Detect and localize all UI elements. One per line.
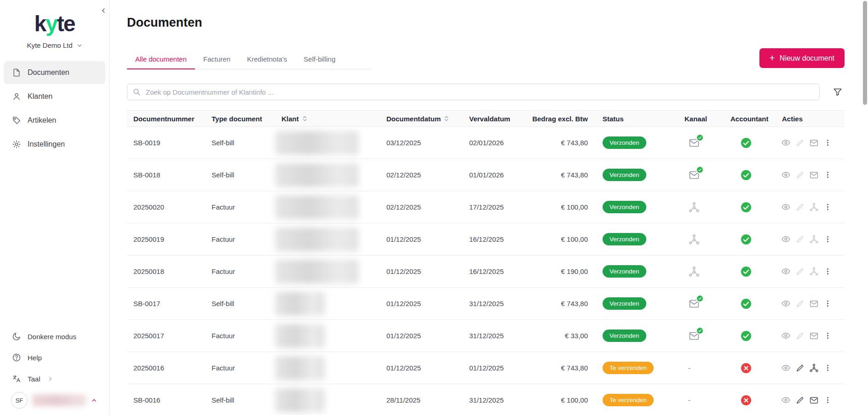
table-row[interactable]: 20250016 Factuur 01/12/2025 01/12/2025 €… [127,352,845,384]
row-menu-button[interactable] [823,235,832,244]
cell-vervaldatum: 31/12/2025 [463,384,523,415]
view-document-button[interactable] [781,363,791,373]
dots-vertical-icon [823,299,832,308]
edit-document-button[interactable] [795,203,805,212]
view-document-button[interactable] [781,299,791,308]
send-document-button[interactable] [809,267,819,276]
cell-acties [776,384,845,415]
view-document-button[interactable] [781,234,791,244]
edit-document-button[interactable] [795,331,805,341]
documents-table: Documentnummer Type document Klant Docum… [127,110,845,415]
cell-vervaldatum: 31/12/2025 [463,288,523,319]
scrollbar-thumb[interactable] [863,1,867,105]
edit-document-button[interactable] [795,396,805,405]
tab-self-billing[interactable]: Self-billing [295,51,344,69]
send-document-button[interactable] [809,363,819,373]
sidebar-item-klanten[interactable]: Klanten [4,85,105,108]
row-menu-button[interactable] [823,171,832,179]
cell-type-document: Factuur [205,191,275,223]
cell-bedrag: € 743,80 [523,288,596,319]
user-profile-menu[interactable]: SF [4,389,105,415]
send-document-button[interactable] [809,202,819,212]
redacted-user-name [32,394,86,406]
filter-funnel-icon [833,87,843,97]
view-document-button[interactable] [781,170,791,180]
send-document-button[interactable] [809,331,819,341]
view-document-button[interactable] [781,138,791,148]
view-document-button[interactable] [781,202,791,212]
cell-vervaldatum: 01/01/2026 [463,159,523,191]
sort-icon[interactable] [444,115,449,122]
cell-vervaldatum: 01/12/2025 [463,352,523,384]
send-document-button[interactable] [809,234,819,244]
sidebar-item-documenten[interactable]: Documenten [4,61,105,84]
edit-document-button[interactable] [795,138,805,148]
search-input[interactable] [127,84,820,100]
send-document-button[interactable] [809,396,819,405]
tab-facturen[interactable]: Facturen [195,51,239,69]
sidebar-item-instellingen[interactable]: Instellingen [4,133,105,156]
sidebar-collapse-button[interactable] [100,7,107,14]
email-sent-channel-icon [688,298,700,309]
cell-bedrag: € 190,00 [523,256,596,287]
cell-documentdatum: 01/12/2025 [380,256,463,287]
language-selector[interactable]: Taal [4,368,105,389]
redacted-client-name [275,195,359,219]
view-document-button[interactable] [781,331,791,341]
row-menu-button[interactable] [823,331,832,340]
column-status: Status [596,115,678,123]
eye-icon [781,202,791,212]
cell-acties [776,191,845,223]
status-badge: Verzonden [603,136,646,149]
row-menu-button[interactable] [823,299,832,308]
document-icon [12,68,21,77]
company-selector[interactable]: Kyte Demo Ltd [0,41,109,49]
row-menu-button[interactable] [823,364,832,372]
new-document-button[interactable]: + Nieuw document [759,48,845,68]
pencil-icon [795,235,805,244]
table-row[interactable]: 20250020 Factuur 02/12/2025 17/12/2025 €… [127,191,845,223]
send-document-button[interactable] [809,138,819,148]
sort-icon[interactable] [302,115,307,122]
edit-document-button[interactable] [795,267,805,276]
table-row[interactable]: 20250019 Factuur 01/12/2025 16/12/2025 €… [127,223,845,256]
row-menu-button[interactable] [823,203,832,211]
tab-kredietnotas[interactable]: Kredietnota's [239,51,295,69]
dark-mode-toggle[interactable]: Donkere modus [4,326,105,347]
send-document-button[interactable] [809,171,819,180]
view-document-button[interactable] [781,267,791,276]
accountant-ok-icon [741,298,752,309]
dots-vertical-icon [823,138,832,147]
table-row[interactable]: SB-0019 Self-bill 03/12/2025 02/01/2026 … [127,127,845,159]
table-row[interactable]: 20250017 Factuur 01/12/2025 31/12/2025 €… [127,320,845,352]
table-row[interactable]: SB-0016 Self-bill 28/11/2025 31/12/2025 … [127,384,845,415]
cell-status: Te verzenden [596,352,678,384]
chevron-left-icon [100,7,107,14]
sidebar-item-artikelen[interactable]: Artikelen [4,109,105,132]
tab-alle-documenten[interactable]: Alle documenten [127,51,195,69]
filter-button[interactable] [831,85,845,99]
column-documentdatum[interactable]: Documentdatum [380,115,463,123]
eye-icon [781,363,791,373]
row-menu-button[interactable] [823,138,832,147]
send-document-button[interactable] [809,299,819,308]
edit-document-button[interactable] [795,171,805,180]
redacted-client-name [275,292,325,316]
table-row[interactable]: SB-0017 Self-bill 01/12/2025 31/12/2025 … [127,288,845,320]
email-sent-channel-icon [688,170,700,181]
table-row[interactable]: SB-0018 Self-bill 02/12/2025 01/01/2026 … [127,159,845,191]
status-badge: Verzonden [603,330,646,342]
edit-document-button[interactable] [795,235,805,244]
edit-document-button[interactable] [795,364,805,373]
view-document-button[interactable] [781,395,791,405]
row-menu-button[interactable] [823,396,832,404]
help-button[interactable]: Help [4,347,105,368]
cell-type-document: Self-bill [205,159,275,191]
redacted-client-name [275,227,359,251]
edit-document-button[interactable] [795,299,805,308]
table-row[interactable]: 20250018 Factuur 01/12/2025 16/12/2025 €… [127,256,845,288]
cell-bedrag: € 743,80 [523,127,596,159]
column-bedrag: Bedrag excl. Btw [523,115,596,123]
column-klant[interactable]: Klant [275,115,380,123]
row-menu-button[interactable] [823,267,832,276]
